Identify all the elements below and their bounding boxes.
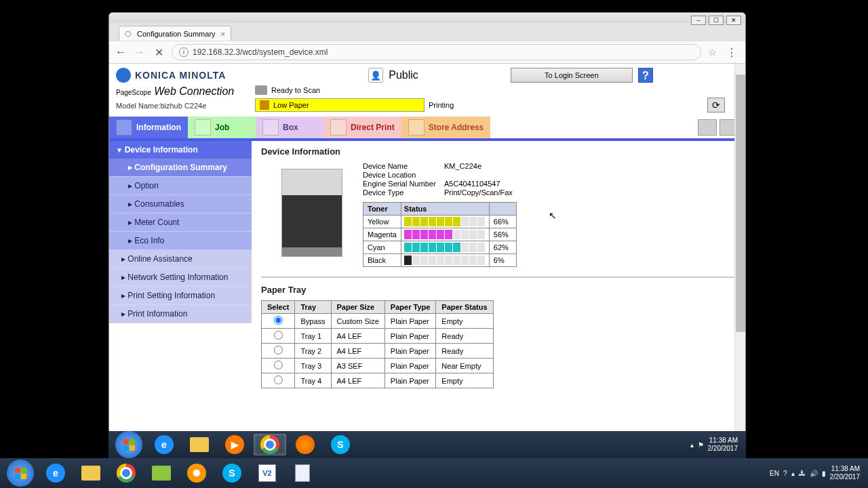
printer-image <box>281 169 342 257</box>
outer-taskbar-chrome[interactable] <box>110 462 142 484</box>
tray-up-icon[interactable]: ▴ <box>690 441 694 449</box>
tray-select-radio[interactable] <box>274 316 283 325</box>
outer-taskbar-ie[interactable]: e <box>39 462 72 484</box>
sidebar-item-meter-count[interactable]: Meter Count <box>109 214 252 232</box>
tab-information[interactable]: Information <box>109 117 188 138</box>
system-tray[interactable]: ▴ ⚑ 11:38 AM2/20/2017 <box>690 436 744 453</box>
help-button[interactable]: ? <box>638 68 653 83</box>
device-info-label: Engine Serial Number <box>363 180 444 188</box>
tray-type: Plain Paper <box>384 344 436 359</box>
outer-taskbar-notes[interactable] <box>145 462 178 484</box>
sidebar-item-print-information[interactable]: Print Information <box>109 305 252 323</box>
sidebar-item-eco-info[interactable]: Eco Info <box>109 232 252 250</box>
warning-icon <box>260 100 269 110</box>
tray-header: Paper Size <box>331 301 384 314</box>
tray-select-radio[interactable] <box>274 346 283 354</box>
page-content: KONICA MINOLTA 👤 Public To Login Screen … <box>109 64 745 432</box>
taskbar-chrome[interactable] <box>254 434 286 455</box>
table-row: Tray 2A4 LEFPlain PaperReady <box>262 344 494 359</box>
url-bar[interactable]: i 192.168.32.3/wcd/system_device.xml <box>172 44 701 60</box>
toner-bar <box>404 217 486 226</box>
toner-bar <box>404 230 486 239</box>
outer-start-button[interactable] <box>4 462 37 484</box>
outer-taskbar-skype[interactable]: S <box>216 462 248 484</box>
toner-percent: 6% <box>489 254 516 267</box>
sidebar-item-network-setting-information[interactable]: Network Setting Information <box>109 268 252 287</box>
outer-system-tray[interactable]: EN ? ▴ 🖧 🔊 ▮ 11:38 AM2/20/2017 <box>770 465 865 481</box>
site-info-icon[interactable]: i <box>179 47 189 57</box>
outer-tray-lang[interactable]: EN <box>770 470 779 477</box>
ready-to-scan-label: Ready to Scan <box>271 86 320 94</box>
tray-flag-icon[interactable]: ⚑ <box>698 441 704 449</box>
browser-window: – ☐ ✕ ◌ Configuration Summary × ← → ✕ i … <box>108 12 746 431</box>
tray-name: Tray 3 <box>295 359 331 373</box>
view-mode-icon-1[interactable] <box>698 119 717 136</box>
browser-menu-icon[interactable]: ⋮ <box>724 46 740 59</box>
tray-status: Near Empty <box>436 359 493 373</box>
toner-name: Cyan <box>363 241 401 254</box>
outer-taskbar-vnc[interactable]: V2 <box>251 462 283 484</box>
url-text: 192.168.32.3/wcd/system_device.xml <box>193 47 328 57</box>
device-info-label: Device Type <box>363 188 444 197</box>
bookmark-star-icon[interactable]: ☆ <box>708 47 717 58</box>
outer-taskbar[interactable]: e ✺ S V2 EN ? ▴ 🖧 🔊 ▮ 11:38 AM2/20/2017 <box>0 458 868 488</box>
tab-direct-print[interactable]: Direct Print <box>323 117 401 138</box>
tray-type: Plain Paper <box>384 329 436 344</box>
outer-tray-volume-icon[interactable]: 🔊 <box>810 470 818 477</box>
window-minimize-button[interactable]: – <box>691 16 706 25</box>
window-titlebar[interactable]: – ☐ ✕ <box>109 13 745 23</box>
store-address-icon <box>408 119 425 136</box>
toner-table: TonerStatus Yellow66%Magenta56%Cyan62%Bl… <box>363 202 517 267</box>
inner-taskbar[interactable]: e ▶ S ▴ ⚑ 11:38 AM2/20/2017 <box>108 431 746 458</box>
sidebar-device-information[interactable]: Device Information <box>109 141 252 159</box>
sidebar-item-print-setting-information[interactable]: Print Setting Information <box>109 287 252 305</box>
forward-button[interactable]: → <box>134 46 146 58</box>
sidebar-item-consumables[interactable]: Consumables <box>109 195 252 214</box>
outer-tray-network-icon[interactable]: 🖧 <box>799 470 806 477</box>
taskbar-explorer[interactable] <box>183 434 216 455</box>
device-info-label: Device Location <box>363 171 444 179</box>
tray-size: A4 LEF <box>331 329 384 344</box>
browser-tab[interactable]: ◌ Configuration Summary × <box>119 26 231 41</box>
tray-select-radio[interactable] <box>274 375 283 384</box>
job-icon <box>195 119 211 136</box>
vertical-scrollbar[interactable] <box>734 64 745 432</box>
outer-taskbar-notepad[interactable] <box>286 462 319 484</box>
taskbar-firefox[interactable] <box>289 434 321 455</box>
model-name-value: bizhub C224e <box>160 102 206 110</box>
stop-reload-button[interactable]: ✕ <box>153 46 165 58</box>
device-info-value: A5C4041104547 <box>444 180 500 188</box>
outer-tray-battery-icon[interactable]: ▮ <box>822 470 826 477</box>
information-icon <box>116 119 132 136</box>
to-login-screen-button[interactable]: To Login Screen <box>511 68 633 83</box>
tray-header: Select <box>262 301 295 314</box>
back-button[interactable]: ← <box>115 46 127 58</box>
tray-size: Custom Size <box>331 314 384 329</box>
tab-box[interactable]: Box <box>256 117 323 138</box>
sidebar-item-configuration-summary[interactable]: Configuration Summary <box>109 159 252 177</box>
taskbar-ie[interactable]: e <box>148 434 180 455</box>
outer-tray-date: 2/20/2017 <box>830 473 861 481</box>
tray-status: Empty <box>436 314 493 329</box>
sidebar-item-online-assistance[interactable]: Online Assistance <box>109 250 252 268</box>
outer-tray-up-icon[interactable]: ▴ <box>791 470 795 477</box>
tab-job[interactable]: Job <box>188 117 256 138</box>
tab-close-icon[interactable]: × <box>221 30 225 38</box>
user-icon: 👤 <box>368 68 383 83</box>
taskbar-media[interactable]: ▶ <box>218 434 251 455</box>
tray-size: A4 LEF <box>331 344 384 359</box>
window-close-button[interactable]: ✕ <box>726 16 741 25</box>
tab-store-address[interactable]: Store Address <box>401 117 491 138</box>
window-maximize-button[interactable]: ☐ <box>709 16 724 25</box>
sidebar-item-option[interactable]: Option <box>109 177 252 195</box>
outer-taskbar-explorer[interactable] <box>75 462 107 484</box>
section-divider <box>261 277 736 278</box>
outer-tray-help-icon[interactable]: ? <box>783 470 787 477</box>
status-header: Status <box>401 203 489 216</box>
refresh-button[interactable]: ⟳ <box>707 98 725 113</box>
start-button[interactable] <box>113 434 145 455</box>
outer-taskbar-app[interactable]: ✺ <box>180 462 213 484</box>
taskbar-skype[interactable]: S <box>324 434 357 455</box>
tray-select-radio[interactable] <box>274 361 283 369</box>
tray-select-radio[interactable] <box>274 331 283 340</box>
